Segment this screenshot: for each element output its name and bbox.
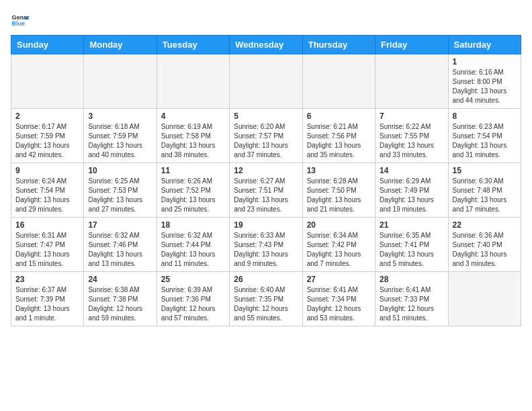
day-number: 24 bbox=[88, 275, 152, 284]
day-number: 7 bbox=[380, 111, 443, 121]
calendar-cell bbox=[11, 54, 84, 109]
day-number: 17 bbox=[88, 220, 152, 230]
day-info: Sunrise: 6:36 AM Sunset: 7:40 PM Dayligh… bbox=[453, 231, 517, 269]
day-header-thursday: Thursday bbox=[302, 36, 375, 54]
day-info: Sunrise: 6:20 AM Sunset: 7:57 PM Dayligh… bbox=[234, 122, 298, 160]
day-info: Sunrise: 6:23 AM Sunset: 7:54 PM Dayligh… bbox=[453, 122, 517, 160]
logo: General Blue bbox=[11, 11, 32, 30]
day-info: Sunrise: 6:18 AM Sunset: 7:59 PM Dayligh… bbox=[88, 122, 152, 160]
day-number: 1 bbox=[453, 57, 517, 66]
day-info: Sunrise: 6:16 AM Sunset: 8:00 PM Dayligh… bbox=[453, 68, 517, 105]
day-info: Sunrise: 6:32 AM Sunset: 7:46 PM Dayligh… bbox=[88, 231, 152, 269]
calendar-cell bbox=[230, 54, 302, 109]
calendar-cell: 3Sunrise: 6:18 AM Sunset: 7:59 PM Daylig… bbox=[84, 109, 157, 163]
day-number: 13 bbox=[307, 166, 371, 175]
day-info: Sunrise: 6:25 AM Sunset: 7:53 PM Dayligh… bbox=[88, 177, 152, 214]
calendar-cell: 13Sunrise: 6:28 AM Sunset: 7:50 PM Dayli… bbox=[302, 163, 375, 218]
day-header-monday: Monday bbox=[84, 36, 157, 54]
day-number: 26 bbox=[234, 275, 298, 284]
day-info: Sunrise: 6:27 AM Sunset: 7:51 PM Dayligh… bbox=[234, 177, 298, 214]
days-of-week-row: SundayMondayTuesdayWednesdayThursdayFrid… bbox=[11, 36, 521, 54]
calendar-cell: 19Sunrise: 6:33 AM Sunset: 7:43 PM Dayli… bbox=[230, 218, 302, 272]
day-header-saturday: Saturday bbox=[448, 36, 521, 54]
calendar-cell: 22Sunrise: 6:36 AM Sunset: 7:40 PM Dayli… bbox=[448, 218, 521, 272]
calendar-cell: 1Sunrise: 6:16 AM Sunset: 8:00 PM Daylig… bbox=[448, 54, 521, 109]
day-number: 20 bbox=[307, 220, 371, 230]
calendar-cell: 21Sunrise: 6:35 AM Sunset: 7:41 PM Dayli… bbox=[375, 218, 448, 272]
day-number: 22 bbox=[453, 220, 517, 230]
calendar-cell: 11Sunrise: 6:26 AM Sunset: 7:52 PM Dayli… bbox=[157, 163, 229, 218]
logo-icon: General Blue bbox=[11, 11, 30, 30]
day-info: Sunrise: 6:31 AM Sunset: 7:47 PM Dayligh… bbox=[15, 231, 79, 269]
calendar-cell: 4Sunrise: 6:19 AM Sunset: 7:58 PM Daylig… bbox=[157, 109, 229, 163]
calendar-cell bbox=[375, 54, 448, 109]
calendar-cell bbox=[302, 54, 375, 109]
calendar-cell: 7Sunrise: 6:22 AM Sunset: 7:55 PM Daylig… bbox=[375, 109, 448, 163]
calendar-cell: 6Sunrise: 6:21 AM Sunset: 7:56 PM Daylig… bbox=[302, 109, 375, 163]
week-row-3: 9Sunrise: 6:24 AM Sunset: 7:54 PM Daylig… bbox=[11, 163, 521, 218]
calendar-cell: 14Sunrise: 6:29 AM Sunset: 7:49 PM Dayli… bbox=[375, 163, 448, 218]
calendar-cell: 5Sunrise: 6:20 AM Sunset: 7:57 PM Daylig… bbox=[230, 109, 302, 163]
day-info: Sunrise: 6:29 AM Sunset: 7:49 PM Dayligh… bbox=[380, 177, 443, 214]
calendar-cell bbox=[448, 272, 521, 326]
calendar-cell: 18Sunrise: 6:32 AM Sunset: 7:44 PM Dayli… bbox=[157, 218, 229, 272]
day-info: Sunrise: 6:34 AM Sunset: 7:42 PM Dayligh… bbox=[307, 231, 371, 269]
day-info: Sunrise: 6:41 AM Sunset: 7:33 PM Dayligh… bbox=[380, 285, 443, 323]
day-info: Sunrise: 6:33 AM Sunset: 7:43 PM Dayligh… bbox=[234, 231, 298, 269]
day-number: 23 bbox=[15, 275, 79, 284]
day-number: 16 bbox=[15, 220, 79, 230]
day-number: 14 bbox=[380, 166, 443, 175]
day-number: 19 bbox=[234, 220, 298, 230]
calendar-cell: 16Sunrise: 6:31 AM Sunset: 7:47 PM Dayli… bbox=[11, 218, 84, 272]
day-header-friday: Friday bbox=[375, 36, 448, 54]
week-row-4: 16Sunrise: 6:31 AM Sunset: 7:47 PM Dayli… bbox=[11, 218, 521, 272]
day-number: 25 bbox=[161, 275, 225, 284]
calendar-cell: 15Sunrise: 6:30 AM Sunset: 7:48 PM Dayli… bbox=[448, 163, 521, 218]
day-info: Sunrise: 6:40 AM Sunset: 7:35 PM Dayligh… bbox=[234, 285, 298, 323]
day-number: 2 bbox=[15, 111, 79, 121]
day-number: 15 bbox=[453, 166, 517, 175]
day-info: Sunrise: 6:28 AM Sunset: 7:50 PM Dayligh… bbox=[307, 177, 371, 214]
day-info: Sunrise: 6:37 AM Sunset: 7:39 PM Dayligh… bbox=[15, 285, 79, 323]
day-info: Sunrise: 6:24 AM Sunset: 7:54 PM Dayligh… bbox=[15, 177, 79, 214]
week-row-1: 1Sunrise: 6:16 AM Sunset: 8:00 PM Daylig… bbox=[11, 54, 521, 109]
day-info: Sunrise: 6:21 AM Sunset: 7:56 PM Dayligh… bbox=[307, 122, 371, 160]
day-number: 8 bbox=[453, 111, 517, 121]
day-header-tuesday: Tuesday bbox=[157, 36, 229, 54]
day-number: 27 bbox=[307, 275, 371, 284]
day-info: Sunrise: 6:38 AM Sunset: 7:38 PM Dayligh… bbox=[88, 285, 152, 323]
day-info: Sunrise: 6:19 AM Sunset: 7:58 PM Dayligh… bbox=[161, 122, 225, 160]
calendar-cell: 17Sunrise: 6:32 AM Sunset: 7:46 PM Dayli… bbox=[84, 218, 157, 272]
header: General Blue bbox=[11, 11, 521, 30]
calendar-cell: 10Sunrise: 6:25 AM Sunset: 7:53 PM Dayli… bbox=[84, 163, 157, 218]
day-header-sunday: Sunday bbox=[11, 36, 84, 54]
day-number: 11 bbox=[161, 166, 225, 175]
calendar-cell: 2Sunrise: 6:17 AM Sunset: 7:59 PM Daylig… bbox=[11, 109, 84, 163]
day-info: Sunrise: 6:32 AM Sunset: 7:44 PM Dayligh… bbox=[161, 231, 225, 269]
day-number: 4 bbox=[161, 111, 225, 121]
calendar-cell: 28Sunrise: 6:41 AM Sunset: 7:33 PM Dayli… bbox=[375, 272, 448, 326]
day-info: Sunrise: 6:35 AM Sunset: 7:41 PM Dayligh… bbox=[380, 231, 443, 269]
day-number: 5 bbox=[234, 111, 298, 121]
day-info: Sunrise: 6:30 AM Sunset: 7:48 PM Dayligh… bbox=[453, 177, 517, 214]
day-number: 3 bbox=[88, 111, 152, 121]
day-number: 6 bbox=[307, 111, 371, 121]
calendar-table: SundayMondayTuesdayWednesdayThursdayFrid… bbox=[11, 35, 521, 326]
day-info: Sunrise: 6:39 AM Sunset: 7:36 PM Dayligh… bbox=[161, 285, 225, 323]
day-info: Sunrise: 6:26 AM Sunset: 7:52 PM Dayligh… bbox=[161, 177, 225, 214]
calendar-cell: 9Sunrise: 6:24 AM Sunset: 7:54 PM Daylig… bbox=[11, 163, 84, 218]
calendar-cell: 27Sunrise: 6:41 AM Sunset: 7:34 PM Dayli… bbox=[302, 272, 375, 326]
calendar-cell bbox=[84, 54, 157, 109]
day-info: Sunrise: 6:41 AM Sunset: 7:34 PM Dayligh… bbox=[307, 285, 371, 323]
calendar-cell: 20Sunrise: 6:34 AM Sunset: 7:42 PM Dayli… bbox=[302, 218, 375, 272]
day-number: 28 bbox=[380, 275, 443, 284]
svg-text:Blue: Blue bbox=[11, 20, 25, 27]
week-row-2: 2Sunrise: 6:17 AM Sunset: 7:59 PM Daylig… bbox=[11, 109, 521, 163]
day-header-wednesday: Wednesday bbox=[230, 36, 302, 54]
day-number: 12 bbox=[234, 166, 298, 175]
calendar-body: 1Sunrise: 6:16 AM Sunset: 8:00 PM Daylig… bbox=[11, 54, 521, 326]
calendar-cell: 8Sunrise: 6:23 AM Sunset: 7:54 PM Daylig… bbox=[448, 109, 521, 163]
day-number: 21 bbox=[380, 220, 443, 230]
day-info: Sunrise: 6:17 AM Sunset: 7:59 PM Dayligh… bbox=[15, 122, 79, 160]
calendar-cell: 23Sunrise: 6:37 AM Sunset: 7:39 PM Dayli… bbox=[11, 272, 84, 326]
